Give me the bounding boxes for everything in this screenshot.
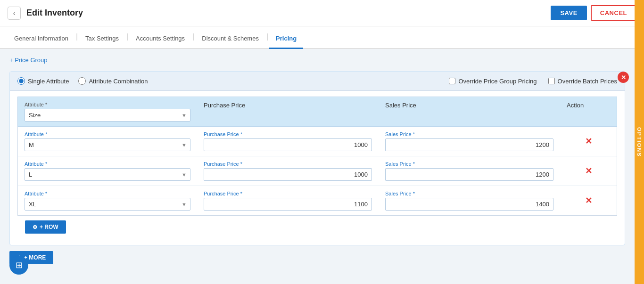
row2-purchase-price-cell: Purchase Price *	[197, 156, 379, 186]
header-left: ‹ Edit Inventory	[8, 7, 83, 20]
row1-action-cell: ✕	[560, 127, 617, 156]
grid-view-button[interactable]: ⊞	[9, 256, 28, 275]
table-row: Attribute * XL S M L ▼	[18, 186, 617, 215]
override-price-group-label: Override Price Group Pricing	[458, 78, 537, 85]
table-body: Attribute * M S L XL ▼	[17, 127, 617, 216]
more-section: ⊕ + MORE	[9, 245, 625, 270]
attribute-combination-radio-input[interactable]	[78, 77, 86, 85]
override-price-group-input[interactable]	[449, 78, 455, 84]
tab-tax-settings[interactable]: Tax Settings	[79, 29, 125, 49]
override-price-group-checkbox[interactable]: Override Price Group Pricing	[449, 78, 537, 85]
row1-sales-price-input[interactable]	[385, 138, 553, 151]
row3-sales-price-cell: Sales Price *	[379, 186, 560, 215]
sales-price-col-header: Sales Price	[379, 97, 560, 126]
attribute-combination-label: Attribute Combination	[89, 78, 148, 85]
add-row-icon: ⊕	[33, 224, 37, 230]
header-actions: SAVE CANCEL	[551, 5, 636, 21]
purchase-price-col-header: Purchase Price	[197, 97, 379, 126]
row1-sales-price-label: Sales Price *	[385, 131, 553, 137]
tab-pricing[interactable]: Pricing	[269, 29, 303, 49]
add-price-group-link[interactable]: + Price Group	[9, 57, 48, 64]
back-button[interactable]: ‹	[8, 7, 21, 20]
row1-attribute-label: Attribute *	[25, 131, 190, 137]
add-row-button[interactable]: ⊕ + ROW	[25, 220, 66, 234]
override-batch-prices-input[interactable]	[548, 78, 555, 84]
row1-attribute-cell: Attribute * M S L XL ▼	[18, 127, 197, 156]
attribute-type-row: Single Attribute Attribute Combination O…	[10, 72, 625, 91]
row2-action-cell: ✕	[560, 156, 617, 186]
row3-delete-button[interactable]: ✕	[585, 195, 592, 206]
row3-attribute-select[interactable]: XL S M L	[25, 198, 190, 211]
table-row: Attribute * L S M XL ▼	[18, 156, 617, 186]
attribute-combination-radio[interactable]: Attribute Combination	[78, 77, 148, 85]
single-attribute-radio-input[interactable]	[17, 77, 25, 85]
tab-divider-4: |	[265, 25, 269, 48]
app-container: ‹ Edit Inventory SAVE CANCEL OPTIONS Gen…	[0, 0, 644, 284]
row1-attribute-select-wrapper: M S L XL ▼	[25, 138, 190, 151]
row3-attribute-label: Attribute *	[25, 191, 190, 196]
options-sidebar[interactable]: OPTIONS	[635, 0, 644, 284]
more-label: + MORE	[24, 254, 46, 261]
page-title: Edit Inventory	[26, 8, 83, 18]
row3-purchase-price-cell: Purchase Price *	[197, 186, 379, 215]
row1-attribute-select[interactable]: M S L XL	[25, 138, 190, 151]
single-attribute-radio[interactable]: Single Attribute	[17, 77, 69, 85]
single-attribute-label: Single Attribute	[28, 78, 69, 85]
override-batch-prices-label: Override Batch Prices	[558, 78, 617, 85]
row2-sales-price-label: Sales Price *	[385, 161, 553, 167]
attribute-select[interactable]: Size Color Weight	[25, 109, 190, 122]
back-icon: ‹	[13, 9, 16, 17]
pricing-section: Single Attribute Attribute Combination O…	[9, 71, 625, 245]
row3-action-cell: ✕	[560, 186, 617, 215]
row2-purchase-price-label: Purchase Price *	[204, 161, 372, 167]
cancel-button[interactable]: CANCEL	[591, 5, 636, 21]
row2-attribute-cell: Attribute * L S M XL ▼	[18, 156, 197, 186]
row3-purchase-price-label: Purchase Price *	[204, 191, 372, 196]
row1-purchase-price-input[interactable]	[204, 138, 372, 151]
pricing-table-container: Attribute * Size Color Weight ▼	[10, 91, 625, 245]
add-row-section: ⊕ + ROW	[17, 216, 617, 239]
row3-attribute-select-wrapper: XL S M L ▼	[25, 198, 190, 211]
attribute-select-wrapper: Size Color Weight ▼	[25, 109, 190, 122]
row2-delete-button[interactable]: ✕	[585, 166, 592, 176]
add-row-label: + ROW	[40, 224, 58, 230]
row1-delete-button[interactable]: ✕	[585, 136, 592, 146]
grid-icon: ⊞	[16, 260, 23, 270]
tab-divider-2: |	[125, 25, 129, 48]
checkbox-group: Override Price Group Pricing Override Ba…	[449, 78, 617, 85]
row2-attribute-select[interactable]: L S M XL	[25, 168, 190, 181]
row1-purchase-price-label: Purchase Price *	[204, 131, 372, 137]
row3-purchase-price-input[interactable]	[204, 198, 372, 211]
row3-sales-price-input[interactable]	[385, 198, 553, 211]
main-content: + Price Group Single Attribute Attribute…	[0, 49, 635, 277]
row2-attribute-label: Attribute *	[25, 161, 190, 167]
row2-sales-price-cell: Sales Price *	[379, 156, 560, 186]
row2-purchase-price-input[interactable]	[204, 168, 372, 181]
radio-group: Single Attribute Attribute Combination	[17, 77, 148, 85]
row3-sales-price-label: Sales Price *	[385, 191, 553, 196]
tabs-bar: General Information | Tax Settings | Acc…	[0, 26, 644, 49]
table-header-row: Attribute * Size Color Weight ▼	[17, 97, 617, 127]
section-close-button[interactable]: ✕	[618, 72, 629, 83]
tab-accounts-settings[interactable]: Accounts Settings	[129, 29, 191, 49]
action-col-header: Action	[560, 97, 617, 126]
save-button[interactable]: SAVE	[551, 6, 586, 20]
header: ‹ Edit Inventory SAVE CANCEL	[0, 0, 644, 26]
row1-sales-price-cell: Sales Price *	[379, 127, 560, 156]
table-row: Attribute * M S L XL ▼	[18, 127, 617, 156]
override-batch-prices-checkbox[interactable]: Override Batch Prices	[548, 78, 617, 85]
row2-attribute-select-wrapper: L S M XL ▼	[25, 168, 190, 181]
tab-general-information[interactable]: General Information	[8, 29, 75, 49]
tab-divider-3: |	[191, 25, 195, 48]
attribute-header-cell: Attribute * Size Color Weight ▼	[18, 97, 197, 126]
tab-discount-schemes[interactable]: Discount & Schemes	[195, 29, 265, 49]
tab-divider-1: |	[75, 25, 79, 48]
row2-sales-price-input[interactable]	[385, 168, 553, 181]
attribute-header-label: Attribute *	[25, 102, 190, 107]
row3-attribute-cell: Attribute * XL S M L ▼	[18, 186, 197, 215]
row1-purchase-price-cell: Purchase Price *	[197, 127, 379, 156]
